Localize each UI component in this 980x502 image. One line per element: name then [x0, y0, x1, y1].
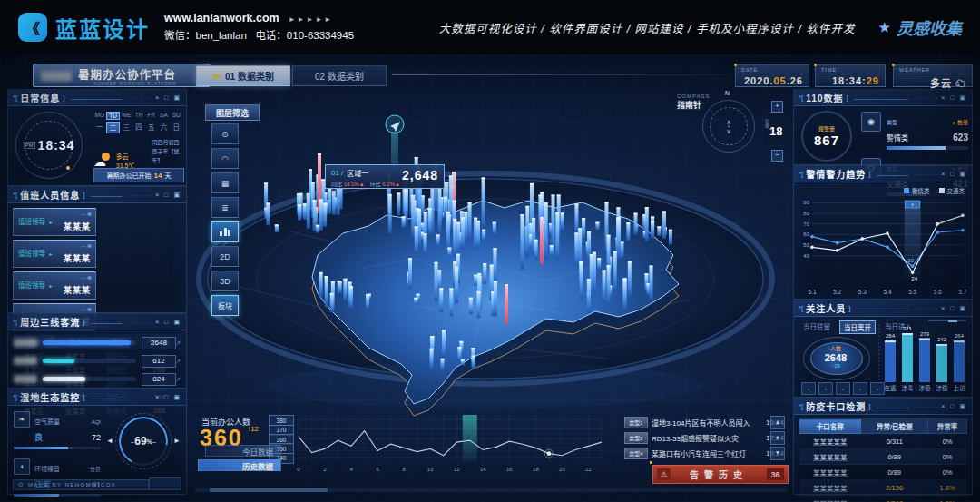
duty-leader-card[interactable]: 值班领导 ▸⋯ ⊗某某某 — [13, 271, 96, 300]
alert-item[interactable]: 类型2RD13-53烟感报警疑似火灾17:24 — [624, 431, 784, 444]
panel-title-text: 110数据 — [806, 91, 843, 104]
signal-layer-button[interactable]: ◠ — [211, 148, 239, 169]
svg-text:264: 264 — [955, 333, 965, 339]
panel-title-bar: *[值班人员信息]·········× □ ▣ — [8, 187, 186, 203]
week-day[interactable]: 三 — [120, 122, 132, 133]
window-controls[interactable]: × □ ▣ — [155, 94, 181, 102]
svg-text:上访: 上访 — [954, 384, 966, 392]
inspiration-collect-link[interactable]: ★ 灵感收集 — [878, 15, 962, 39]
title-corner-icon: *[ — [799, 170, 803, 178]
window-controls[interactable]: × □ ▣ — [155, 319, 181, 326]
window-controls[interactable]: × □ ▣ — [155, 192, 181, 199]
alarm-type-row: ◉类型警情类▸ 数量623 — [861, 112, 968, 150]
svg-text:在逃: 在逃 — [885, 384, 897, 392]
mode-2d-button[interactable]: 2D — [211, 246, 239, 267]
alert-item[interactable]: 类型1湿地3-104片区有不明人员闯入19:24 — [624, 416, 784, 428]
week-day[interactable]: SA — [158, 112, 171, 120]
window-controls[interactable]: × □ ▣ — [941, 94, 967, 102]
compass-dial[interactable]: ∧•∨ — [702, 100, 755, 153]
weather-desc: 多云 — [116, 153, 129, 160]
lanlan-logo-icon: 《 — [18, 13, 47, 42]
panel-title-bar: *[周边三线客流]·········× □ ▣ — [8, 314, 186, 330]
week-day[interactable]: 日 — [170, 122, 182, 133]
window-controls[interactable]: × □ ▣ — [941, 305, 967, 312]
svg-text:涉恐: 涉恐 — [919, 384, 932, 392]
alert-scroll-dot[interactable]: ● — [770, 431, 785, 445]
zoom-out-button[interactable]: − — [771, 150, 783, 162]
tab-data-category-2[interactable]: 02 数据类别 — [292, 65, 387, 86]
eco-metric: ◖环境噪音正常分贝61 — [14, 458, 101, 497]
mode-block-button[interactable]: 板块 — [211, 295, 239, 316]
svg-text:8: 8 — [403, 467, 407, 472]
week-day[interactable]: 一 — [93, 122, 106, 133]
week-day[interactable]: 二 — [106, 122, 121, 133]
history-data-button[interactable]: 历史数据 — [198, 459, 281, 471]
week-day[interactable]: SU — [170, 112, 182, 120]
week-day[interactable]: TH — [132, 112, 145, 120]
camera-layer-button[interactable]: ⊙ — [211, 123, 239, 144]
gear-icon: ⊙ — [18, 481, 24, 488]
checkpoint-row: 某某某某某0/890% — [799, 449, 967, 465]
card-more-icon[interactable]: ⋯ ⊗ — [80, 274, 92, 281]
legend-item: 交通类 — [939, 186, 965, 195]
window-controls[interactable]: × □ ▣ — [941, 171, 967, 178]
lanlan-logo[interactable]: 《 蓝蓝设计 — [18, 12, 150, 44]
bottom-scrollbar[interactable] — [195, 488, 787, 492]
svg-text:40: 40 — [803, 253, 809, 259]
alert-history-count: 36 — [767, 468, 784, 480]
today-data-button[interactable]: 今日数据 — [205, 445, 281, 457]
eco-footer: ⊙ MADE BY NEHOMMICOK — [13, 479, 149, 490]
focus-tab[interactable]: 当日离开 — [839, 320, 876, 334]
time-label: TIME — [821, 67, 879, 74]
zoom-in-button[interactable]: + — [771, 101, 783, 113]
card-more-icon[interactable]: ⋯ ⊗ — [80, 211, 92, 217]
alert-scroll-up-button[interactable]: ▲ — [770, 416, 785, 429]
tab-data-category-1[interactable]: 01 数据类别 — [196, 65, 290, 86]
alert-history-button[interactable]: ⚠ 告警历史 36 — [652, 465, 789, 484]
list-layer-button[interactable]: ≣ — [211, 197, 239, 218]
svg-text:∨: ∨ — [911, 202, 915, 207]
week-day[interactable]: 四 — [132, 122, 145, 133]
target-icon[interactable]: ◦ — [836, 382, 850, 395]
week-day[interactable]: WE — [120, 112, 132, 120]
card-more-icon[interactable]: ⋯ ⊗ — [80, 242, 92, 249]
tab-label: 01 数据类别 — [225, 69, 274, 83]
duty-leader-card[interactable]: 值班领导 ▸⋯ ⊗某某某 — [13, 240, 96, 268]
alert-item[interactable]: 类型4某路口有小汽车连闯三个红灯19:24 — [624, 447, 784, 459]
svg-text:30: 30 — [907, 258, 914, 263]
svg-text:50: 50 — [803, 242, 809, 248]
week-day[interactable]: TU — [106, 112, 121, 120]
flow-track — [43, 377, 136, 381]
svg-text:80: 80 — [803, 211, 809, 216]
air-quality-icon: ❧ — [14, 411, 30, 428]
svg-text:5.7: 5.7 — [958, 289, 966, 295]
badge-icon[interactable]: ◦ — [853, 382, 867, 395]
alert-scroll-down-button[interactable]: ▼ — [770, 447, 785, 460]
title-line — [857, 306, 909, 310]
date-label: DATE — [741, 67, 803, 74]
focus-gauge-label: 人数 — [830, 346, 841, 352]
focus-tab[interactable]: 当日驻留 — [799, 320, 834, 334]
edit-icon[interactable]: ◦ — [818, 382, 833, 395]
panel-title-text: 防疫卡口检测 — [806, 399, 866, 413]
chart-layer-button[interactable] — [211, 221, 239, 242]
website-link[interactable]: www.lanlanwork.com — [164, 12, 279, 25]
week-day[interactable]: 六 — [158, 122, 171, 133]
gauge-right-arrow-icon[interactable]: ► — [173, 437, 181, 445]
week-day[interactable]: 五 — [145, 122, 158, 133]
week-day[interactable]: MO — [93, 112, 106, 120]
device-layer-button[interactable]: ▦ — [211, 172, 239, 193]
week-day[interactable]: FR — [145, 112, 158, 120]
office-count-delta: ↑12 — [247, 425, 259, 433]
checkpoint-table: 卡口名称异常/已检测异常率某某某某某0/3110%某某某某某0/890%某某某某… — [794, 415, 972, 502]
layer-filter-title: 图层筛选 — [205, 104, 260, 121]
card-more-icon[interactable]: ⋯ ⊗ — [80, 306, 92, 312]
gauge-left-arrow-icon[interactable]: ◄ — [106, 437, 113, 445]
tooltip-index: 01 / — [331, 169, 343, 177]
duty-leader-card[interactable]: 值班领导 ▸⋯ ⊗某某某 — [13, 208, 96, 236]
phone-text: 电话：010-63334945 — [255, 30, 354, 41]
window-controls[interactable]: × □ ▣ — [155, 394, 181, 401]
person-icon[interactable]: ◦ — [801, 382, 816, 395]
mode-3d-button[interactable]: 3D — [211, 271, 239, 291]
window-controls[interactable]: × □ ▣ — [941, 403, 967, 410]
